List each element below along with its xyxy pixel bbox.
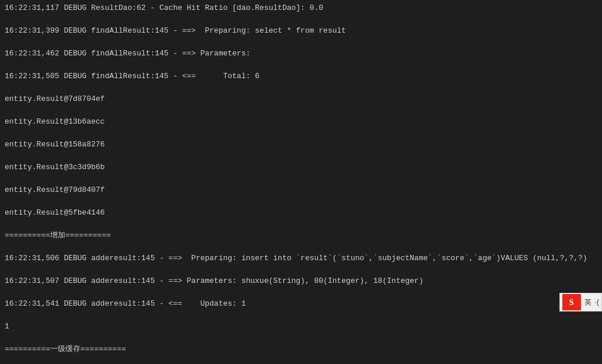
console-line: entity.Result@7d8704ef (5, 93, 597, 105)
console-line: 16:22:31,507 DEBUG adderesult:145 - ==> … (5, 275, 597, 287)
console-line: entity.Result@5fbe4146 (5, 207, 597, 219)
console-line: 1 (5, 321, 597, 332)
console-line: 16:22:31,541 DEBUG adderesult:145 - <== … (5, 298, 597, 310)
ime-logo: S (562, 294, 581, 310)
console-line: entity.Result@3c3d9b6b (5, 162, 597, 173)
console-line: entity.Result@158a8276 (5, 139, 597, 150)
console-line: 16:22:31,117 DEBUG ResultDao:62 - Cache … (5, 2, 597, 14)
console-line: 16:22:31,505 DEBUG findAllResult:145 - <… (5, 71, 597, 82)
console-line: 16:22:31,399 DEBUG findAllResult:145 - =… (5, 25, 597, 37)
console-line: 16:22:31,506 DEBUG adderesult:145 - ==> … (5, 253, 597, 264)
console-line: 16:22:31,462 DEBUG findAllResult:145 - =… (5, 48, 597, 60)
console-line: ==========增加========== (5, 230, 597, 242)
console-line: entity.Result@79d8407f (5, 184, 597, 196)
ime-extra: ·( (595, 297, 599, 307)
ime-toolbar[interactable]: S 英 ·( (559, 293, 602, 312)
console-output: 16:22:31,117 DEBUG ResultDao:62 - Cache … (0, 0, 602, 364)
ime-text: 英 (582, 297, 594, 307)
console-line: entity.Result@13b6aecc (5, 116, 597, 128)
console-line: ==========一级缓存========== (5, 344, 597, 355)
